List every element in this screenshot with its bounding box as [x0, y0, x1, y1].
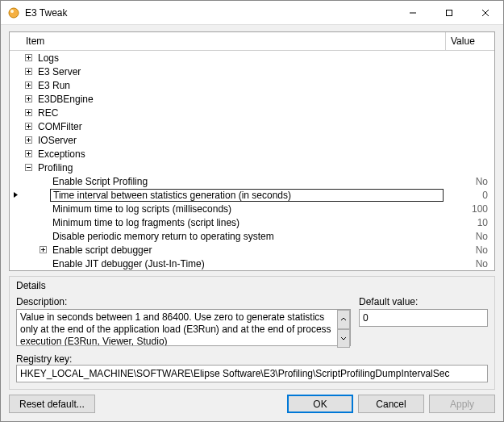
- tree-item-value: No: [446, 231, 494, 242]
- tree-row[interactable]: Time interval between statistics generat…: [10, 188, 494, 202]
- expand-icon[interactable]: [24, 94, 33, 103]
- tree-row[interactable]: E3DBEngine: [10, 92, 494, 106]
- column-header-item[interactable]: Item: [10, 32, 446, 50]
- tree-item-label: Minimum time to log scripts (millisecond…: [51, 203, 446, 215]
- tree-item-label: COMFilter: [36, 121, 446, 132]
- svg-marker-32: [14, 192, 18, 198]
- maximize-button[interactable]: [431, 1, 467, 24]
- description-scroll: [337, 310, 350, 348]
- tree-item-label: Time interval between statistics generat…: [51, 190, 443, 201]
- tree-item-value: 100: [446, 203, 494, 215]
- description-field[interactable]: [16, 309, 351, 346]
- tree-row[interactable]: REC: [10, 106, 494, 119]
- svg-rect-3: [446, 10, 452, 15]
- expander-spacer: [39, 259, 48, 268]
- expand-icon[interactable]: [24, 53, 33, 62]
- expander-spacer: [39, 232, 48, 240]
- tree-item-value: No: [446, 258, 494, 269]
- titlebar: E3 Tweak: [1, 1, 503, 25]
- tree-item-label: Exceptions: [36, 148, 446, 160]
- collapse-icon[interactable]: [24, 163, 33, 172]
- tree-row[interactable]: IOServer: [10, 133, 494, 147]
- tree-row[interactable]: E3 Run: [10, 78, 494, 92]
- cancel-button[interactable]: Cancel: [358, 395, 424, 413]
- expand-icon[interactable]: [24, 136, 33, 144]
- tree-row[interactable]: Minimum time to log scripts (millisecond…: [10, 202, 494, 215]
- reset-default-button[interactable]: Reset default...: [9, 395, 95, 413]
- default-value-field[interactable]: [359, 309, 488, 327]
- default-value-label: Default value:: [359, 296, 488, 307]
- description-label: Description:: [16, 296, 351, 307]
- tree-item-label: E3 Run: [36, 80, 446, 91]
- tree-body[interactable]: LogsE3 ServerE3 RunE3DBEngineRECCOMFilte…: [10, 51, 494, 270]
- expand-icon[interactable]: [24, 81, 33, 90]
- expander-spacer: [39, 204, 48, 213]
- tree-row[interactable]: E3 Server: [10, 65, 494, 78]
- svg-point-0: [9, 8, 19, 18]
- tree-item-label: IOServer: [36, 135, 446, 146]
- tree-item-label: Enable Script Profiling: [51, 176, 446, 187]
- registry-key-label: Registry key:: [16, 353, 72, 365]
- scroll-down-button[interactable]: [337, 329, 350, 349]
- tree-item-label: Minimum time to log fragments (script li…: [51, 217, 446, 228]
- tree-item-label: Logs: [36, 52, 446, 64]
- tree-item-value: 0: [446, 190, 494, 201]
- row-pointer-icon: [10, 191, 21, 198]
- app-window: E3 Tweak Item Value LogsE3 ServerE3 RunE…: [0, 0, 504, 422]
- tree-item-label: E3DBEngine: [36, 94, 446, 105]
- details-group: Details Description:: [9, 276, 495, 390]
- expand-icon[interactable]: [39, 245, 48, 254]
- tree-row[interactable]: Minimum time to log fragments (script li…: [10, 215, 494, 229]
- tree-row[interactable]: Profiling: [10, 161, 494, 174]
- tree-row[interactable]: Exceptions: [10, 147, 494, 161]
- tree-row[interactable]: Logs: [10, 51, 494, 65]
- settings-tree: Item Value LogsE3 ServerE3 RunE3DBEngine…: [9, 31, 495, 271]
- tree-item-value: No: [446, 244, 494, 256]
- apply-button[interactable]: Apply: [429, 395, 495, 413]
- registry-key-field[interactable]: [16, 365, 488, 382]
- ok-button[interactable]: OK: [287, 395, 353, 413]
- expander-spacer: [39, 218, 48, 227]
- tree-item-label: Profiling: [36, 162, 446, 173]
- tree-item-label: Enable JIT debugger (Just-In-Time): [51, 258, 446, 269]
- app-icon: [7, 6, 20, 19]
- expand-icon[interactable]: [24, 149, 33, 158]
- details-title: Details: [16, 280, 488, 291]
- close-button[interactable]: [467, 1, 503, 24]
- tree-row[interactable]: Enable Script ProfilingNo: [10, 174, 494, 188]
- tree-item-label: REC: [36, 107, 446, 119]
- button-bar: Reset default... OK Cancel Apply: [9, 395, 495, 413]
- tree-item-label: E3 Server: [36, 66, 446, 77]
- tree-header: Item Value: [10, 32, 494, 51]
- minimize-button[interactable]: [394, 1, 431, 24]
- column-header-value[interactable]: Value: [446, 32, 494, 50]
- tree-row[interactable]: Enable script debuggerNo: [10, 243, 494, 257]
- expander-spacer: [39, 190, 48, 199]
- expand-icon[interactable]: [24, 122, 33, 131]
- window-title: E3 Tweak: [25, 7, 394, 19]
- tree-row[interactable]: Disable periodic memory return to operat…: [10, 229, 494, 243]
- tree-item-label: Enable script debugger: [51, 244, 446, 256]
- expand-icon[interactable]: [24, 67, 33, 76]
- tree-item-value: 10: [446, 217, 494, 228]
- scroll-up-button[interactable]: [337, 310, 350, 329]
- expand-icon[interactable]: [24, 108, 33, 117]
- tree-row[interactable]: Enable JIT debugger (Just-In-Time)No: [10, 257, 494, 270]
- tree-item-value: No: [446, 176, 494, 187]
- content-area: Item Value LogsE3 ServerE3 RunE3DBEngine…: [1, 25, 503, 421]
- tree-item-label: Disable periodic memory return to operat…: [51, 231, 446, 242]
- expander-spacer: [39, 177, 48, 186]
- tree-row[interactable]: COMFilter: [10, 119, 494, 133]
- svg-point-1: [10, 10, 14, 13]
